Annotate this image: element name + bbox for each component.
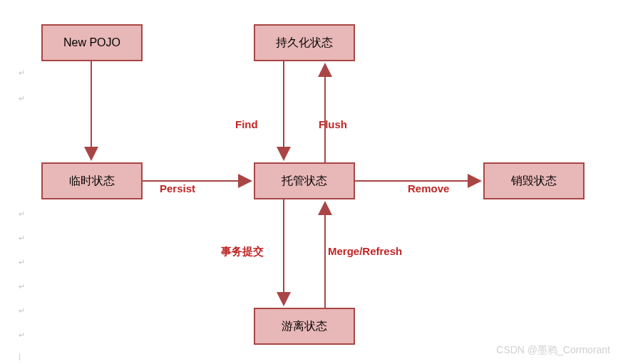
- label-persist: Persist: [160, 182, 195, 194]
- tick-mark: ↵: [19, 68, 25, 78]
- tick-mark: ↵: [19, 258, 25, 267]
- tick-mark: ↵: [19, 306, 25, 316]
- label-remove: Remove: [408, 182, 449, 194]
- box-transient: 临时状态: [41, 162, 143, 199]
- tick-mark: ↵: [19, 94, 25, 103]
- box-removed: 销毁状态: [483, 162, 585, 199]
- watermark: CSDN @墨鸦_Cormorant: [496, 344, 610, 357]
- entity-state-diagram: New POJO 持久化状态 临时状态 托管状态 销毁状态 游离状态 Persi…: [0, 0, 623, 364]
- box-detached: 游离状态: [254, 308, 355, 345]
- box-new-pojo: New POJO: [41, 24, 143, 61]
- box-managed: 托管状态: [254, 162, 355, 199]
- tick-mark: |: [19, 352, 21, 360]
- box-persistent: 持久化状态: [254, 24, 355, 61]
- tick-mark: ↵: [19, 234, 25, 243]
- label-find: Find: [235, 118, 258, 130]
- label-commit: 事务提交: [221, 245, 264, 259]
- label-merge: Merge/Refresh: [328, 245, 402, 257]
- label-flush: Flush: [319, 118, 347, 130]
- tick-mark: ↵: [19, 331, 25, 340]
- tick-mark: ↵: [19, 209, 25, 219]
- tick-mark: ↵: [19, 282, 25, 291]
